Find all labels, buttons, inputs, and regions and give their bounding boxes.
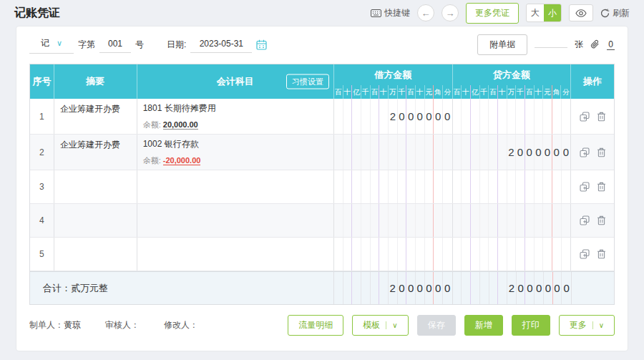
credit-cell[interactable]: [453, 170, 572, 203]
save-button[interactable]: 保存: [417, 315, 456, 336]
more-vouchers-button[interactable]: 更多凭证: [466, 3, 519, 24]
digit-cell: [453, 238, 462, 271]
delete-row-icon[interactable]: [597, 112, 606, 122]
voucher-number-input[interactable]: 001: [99, 37, 131, 53]
digit-cell: [535, 238, 544, 271]
total-debit: 2000000: [334, 272, 453, 304]
digit-cell: [352, 170, 361, 203]
summary-cell[interactable]: 企业筹建开办费: [54, 135, 137, 170]
digit-cell: [343, 99, 353, 134]
digit-cell: [389, 135, 398, 170]
subject-cell[interactable]: [137, 170, 334, 203]
credit-cell[interactable]: 2000000: [453, 135, 572, 170]
delete-row-icon[interactable]: [597, 215, 606, 225]
add-button[interactable]: 新增: [464, 315, 503, 336]
credit-cell[interactable]: [453, 99, 572, 134]
digit-cell: [507, 99, 517, 134]
credit-cell[interactable]: [453, 238, 572, 271]
prev-voucher-button[interactable]: ←: [417, 4, 434, 21]
debit-cell[interactable]: [334, 204, 453, 237]
header-subject: 会计科目 习惯设置: [137, 64, 334, 99]
subject-cell[interactable]: 1002 银行存款 余额: -20,000.00: [137, 135, 334, 170]
header-debit: 借方金额 百十亿千百十万千百十元角分: [334, 64, 453, 99]
balance-value[interactable]: -20,000.00: [163, 156, 201, 165]
summary-cell[interactable]: 企业筹建开办费: [54, 99, 137, 134]
digit-cell: [371, 99, 380, 134]
digit-cell: 0: [562, 272, 571, 304]
voucher-type-select[interactable]: 记 ∨: [29, 35, 74, 54]
template-dropdown-chevron[interactable]: ∨: [386, 321, 397, 329]
digit-cell: 万: [389, 85, 398, 99]
calendar-icon[interactable]: [256, 39, 267, 50]
digit-cell: 0: [535, 135, 544, 170]
digit-cell: [471, 272, 480, 304]
size-large-option[interactable]: 大: [527, 4, 544, 21]
size-small-option[interactable]: 小: [544, 4, 561, 21]
more-dropdown-chevron[interactable]: ∨: [592, 321, 604, 329]
credit-cell[interactable]: [453, 204, 572, 237]
shortcut-keys-button[interactable]: 快捷键: [371, 7, 410, 19]
digit-cell: [379, 99, 389, 134]
digit-cell: 亿: [471, 85, 480, 99]
digit-cell: [434, 170, 443, 203]
digit-cell: 0: [434, 272, 443, 304]
attach-count-input[interactable]: [535, 42, 567, 48]
subject-cell[interactable]: [137, 204, 334, 237]
template-button[interactable]: 模板 ∨: [352, 315, 408, 336]
table-row: 2 企业筹建开办费 1002 银行存款 余额: -20,000.00 20000…: [30, 135, 614, 170]
copy-row-icon[interactable]: [580, 147, 590, 157]
delete-row-icon[interactable]: [597, 147, 606, 157]
date-input[interactable]: 2023-05-31: [190, 37, 252, 53]
digit-cell: [525, 238, 535, 271]
digit-cell: [462, 204, 471, 237]
digit-cell: [361, 204, 371, 237]
habit-settings-button[interactable]: 习惯设置: [286, 74, 329, 89]
summary-cell[interactable]: [54, 238, 137, 271]
next-voucher-button[interactable]: →: [441, 4, 459, 21]
digit-cell: [535, 170, 544, 203]
copy-row-icon[interactable]: [580, 249, 590, 259]
header-debit-label: 借方金额: [334, 64, 452, 85]
digit-cell: [480, 204, 489, 237]
digit-cell: 十: [343, 85, 353, 99]
copy-row-icon[interactable]: [580, 215, 590, 225]
debit-cell[interactable]: [334, 238, 453, 271]
digit-cell: [525, 170, 535, 203]
visibility-button[interactable]: [569, 4, 593, 21]
delete-row-icon[interactable]: [597, 182, 606, 192]
digit-cell: [462, 238, 471, 271]
digit-cell: [406, 238, 416, 271]
debit-cell[interactable]: [334, 135, 453, 170]
digit-cell: 十: [416, 85, 425, 99]
digit-cell: [489, 238, 498, 271]
debit-cell[interactable]: [334, 170, 453, 203]
copy-row-icon[interactable]: [580, 182, 590, 192]
attach-doc-button[interactable]: 附单据: [477, 34, 527, 55]
digit-cell: [525, 99, 535, 134]
digit-cell: 十: [498, 85, 507, 99]
digit-cell: 元: [425, 85, 434, 99]
keyboard-icon: [371, 9, 381, 17]
summary-cell[interactable]: [54, 204, 137, 237]
digit-cell: [398, 238, 407, 271]
digit-cell: 0: [525, 135, 535, 170]
delete-row-icon[interactable]: [597, 249, 606, 259]
page-title: 记账凭证: [14, 6, 60, 21]
flow-detail-button[interactable]: 流量明细: [288, 315, 343, 336]
voucher-table: 序号 摘要 会计科目 习惯设置 借方金额 百十亿千百十万千百十元角分 贷方金额 …: [29, 64, 615, 305]
digit-cell: 2: [389, 272, 398, 304]
copy-row-icon[interactable]: [580, 112, 590, 122]
digit-cell: 0: [553, 272, 562, 304]
more-button[interactable]: 更多 ∨: [559, 315, 615, 336]
digit-cell: [498, 99, 507, 134]
digit-cell: [425, 204, 434, 237]
balance-value[interactable]: 20,000.00: [163, 120, 198, 130]
subject-cell[interactable]: [137, 238, 334, 271]
print-button[interactable]: 打印: [512, 315, 550, 336]
debit-cell[interactable]: 2000000: [334, 99, 453, 134]
subject-cell[interactable]: 1801 长期待摊费用 余额: 20,000.00: [137, 99, 334, 134]
summary-cell[interactable]: [54, 170, 137, 203]
zi-label: 字第: [78, 39, 95, 51]
refresh-button[interactable]: 刷新: [600, 7, 630, 19]
attach-count-link[interactable]: 0: [607, 39, 615, 50]
